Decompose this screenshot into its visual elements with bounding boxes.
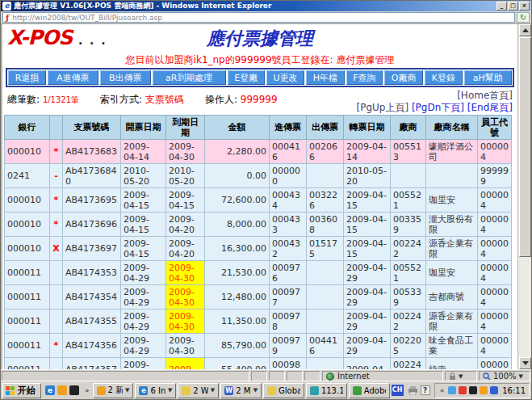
- content-scrollbar[interactable]: [517, 24, 531, 369]
- close-button[interactable]: ×: [519, 2, 530, 11]
- menu-button[interactable]: K登錄: [425, 70, 462, 85]
- cell-mark: X: [50, 237, 63, 261]
- taskbar-button[interactable]: W2 Micr...▼: [220, 383, 262, 398]
- menu-button[interactable]: B出傳票: [100, 70, 151, 85]
- cell-bank: 000011: [5, 334, 50, 358]
- cell-employee-code: 000004: [478, 309, 512, 334]
- start-label: 开始: [18, 385, 36, 397]
- taskbar-button[interactable]: e6 Inte...▼: [135, 383, 176, 398]
- net-tray-icon[interactable]: [490, 386, 498, 394]
- cell-check-no: AB4174357: [63, 358, 121, 370]
- taskbar-button[interactable]: 113.10...: [306, 383, 347, 398]
- operator-value: 999999: [241, 94, 278, 105]
- cell-issue-date: 2010-05-20: [121, 164, 166, 188]
- refresh-icon[interactable]: ↻: [517, 12, 530, 23]
- menu-button[interactable]: H年檔: [306, 70, 345, 85]
- mail-quick-icon[interactable]: [57, 385, 67, 395]
- cell-transfer-date: 2009-04-15: [344, 213, 391, 237]
- cell-out-voucher: [307, 285, 344, 309]
- cell-vendor-name: 珈里安: [426, 261, 478, 285]
- penguin-tray-icon[interactable]: [469, 386, 477, 394]
- table-row[interactable]: 000011AB41743572009-04-2009-55,400.00000…: [5, 358, 512, 370]
- total-count-value: 1/1321筆: [43, 95, 79, 104]
- taskbar: 开始 e » 2 新浪UC▼e6 Inte...▼2 Wind...▼W2 Mi…: [1, 381, 531, 399]
- cell-transfer-date: 2009-04-29: [344, 285, 391, 309]
- help-icon[interactable]: ?: [421, 385, 430, 395]
- cell-vendor-name: 統壹: [426, 358, 478, 370]
- cell-out-voucher: 003608: [307, 213, 344, 237]
- language-indicator[interactable]: CH: [392, 385, 404, 396]
- cell-check-no: AB4173697: [63, 237, 121, 261]
- table-row[interactable]: 0241-Ab417368402010-05-202010-05-200.000…: [5, 164, 512, 188]
- column-header: 開票日期: [121, 116, 166, 140]
- taskbar-button[interactable]: 2 新浪UC▼: [93, 383, 134, 398]
- table-row[interactable]: 000010*AB41736962009-04-152009-04-208,00…: [5, 213, 512, 237]
- cell-in-voucher: 000978: [270, 309, 307, 334]
- cell-due-date: 2009-04-30: [166, 334, 205, 358]
- cell-vendor-code: 005521: [391, 261, 426, 285]
- menu-button[interactable]: U更改: [266, 70, 304, 85]
- title-bar: e 應付票據管理 V1.06[X-POS 雲端商務網] - Windows In…: [1, 1, 531, 11]
- menu-button[interactable]: O廠商: [384, 70, 423, 85]
- cell-out-voucher: 004416: [307, 334, 344, 358]
- menu-button[interactable]: aR到期處理: [153, 70, 226, 85]
- nav-link[interactable]: [PgDn下頁]: [408, 102, 464, 113]
- menu-button[interactable]: aH幫助: [464, 70, 512, 85]
- cell-employee-code: 000004: [478, 213, 512, 237]
- table-row[interactable]: 000011*AB41743562009-04-292009-04-3085,7…: [5, 334, 512, 358]
- cell-out-voucher: [307, 261, 344, 285]
- printer-icon[interactable]: [408, 386, 418, 395]
- table-row[interactable]: 000010*AB41736952009-04-152009-04-1572,6…: [5, 188, 512, 213]
- quick-launch-overflow-icon[interactable]: »: [83, 386, 91, 394]
- cell-in-voucher: 000980: [270, 358, 307, 370]
- tray-collapse-icon[interactable]: «: [438, 386, 446, 394]
- maximize-button[interactable]: □: [508, 2, 518, 11]
- cell-vendor-name: 味全食品工業: [426, 334, 478, 358]
- table-row[interactable]: 000011AB41743532009-04-292009-04-3021,53…: [5, 261, 512, 285]
- table-row[interactable]: 000010*AB41736832009-04-142009-04-302,28…: [5, 140, 512, 164]
- cell-transfer-date: 2010-05-20: [344, 164, 391, 188]
- chat-icon: [267, 386, 276, 395]
- nav-link[interactable]: [Home首頁]: [457, 90, 513, 101]
- start-button[interactable]: 开始: [2, 383, 41, 398]
- scroll-up-icon[interactable]: [519, 24, 531, 36]
- cell-employee-code: 000004: [478, 140, 512, 164]
- quick-launch: e: [43, 385, 82, 395]
- nav-link[interactable]: [PgUp上頁]: [357, 102, 409, 113]
- table-row[interactable]: 000011AB41743552009-04-292009-04-3011,35…: [5, 309, 512, 334]
- address-input[interactable]: ƒ http://win2008/tw/OUT_Bill/Pjusearch.a…: [2, 12, 515, 23]
- cell-in-voucher: 000977: [270, 285, 307, 309]
- alert-tray-icon[interactable]: [480, 386, 488, 394]
- cell-vendor-name: [426, 164, 478, 188]
- menu-button[interactable]: R退損: [8, 70, 46, 85]
- cell-out-voucher: 002066: [307, 140, 344, 164]
- page-content: X-POS . . . 應付票據管理 您目前以加盟商ik1_np的999999號…: [1, 24, 531, 369]
- table-row[interactable]: 000011AB41743542009-04-292009-04-3012,48…: [5, 285, 512, 309]
- page-favicon-icon: ƒ: [6, 13, 9, 22]
- qq-quick-icon[interactable]: [69, 385, 79, 395]
- menu-button[interactable]: A進傳票: [48, 70, 98, 85]
- scroll-down-icon[interactable]: [519, 357, 531, 369]
- cell-transfer-date: 2009-04-14: [344, 140, 391, 164]
- cell-amount: 72,600.00: [205, 188, 270, 213]
- cell-out-voucher: [307, 358, 344, 370]
- scrollbar-thumb[interactable]: [519, 37, 531, 257]
- table-header-row: 銀行支票號碼開票日期到期日期金額進傳票出傳票轉票日期廠商廠商名稱員工代號: [5, 116, 512, 140]
- login-notice: 您目前以加盟商ik1_np的999999號員工登錄在: 應付票據管理: [2, 51, 517, 66]
- cell-mark: [50, 358, 63, 370]
- taskbar-button[interactable]: 2 Wind...▼: [178, 383, 219, 398]
- ie-quick-icon[interactable]: e: [45, 385, 55, 395]
- taskbar-button[interactable]: Adobe ...: [349, 383, 390, 398]
- table-row[interactable]: 000010XAB41736972009-04-152009-04-2016,3…: [5, 237, 512, 261]
- taskbar-button[interactable]: Global...: [263, 383, 304, 398]
- minimize-button[interactable]: _: [496, 2, 507, 11]
- uc-tray-icon[interactable]: [448, 386, 456, 394]
- qq-tray-icon[interactable]: [459, 386, 467, 394]
- menu-button[interactable]: F查詢: [346, 70, 383, 85]
- nav-link[interactable]: [End尾頁]: [464, 102, 513, 113]
- chevron-down-icon: ▼: [125, 387, 129, 394]
- cell-amount: 85,790.00: [205, 334, 270, 358]
- cell-vendor-code: 005339: [391, 285, 426, 309]
- cell-vendor-name: 壕順洋酒公司: [426, 140, 478, 164]
- menu-button[interactable]: E登廠: [228, 70, 265, 85]
